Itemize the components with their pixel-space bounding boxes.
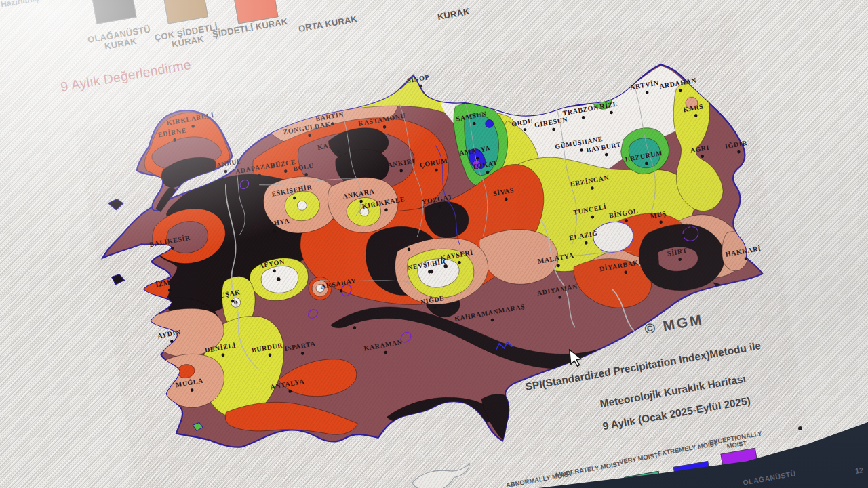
page-content: OLAĞANÜSTÜ KURAKÇOK ŞİDDETLİ KURAKŞİDDET… — [0, 0, 868, 488]
stray-dot — [798, 426, 802, 430]
drought-legend-swatch — [91, 0, 136, 24]
moist-legend-swatch — [673, 461, 713, 488]
cyprus-outline — [411, 464, 473, 488]
drought-legend-label: ORTA KURAK — [285, 12, 371, 37]
mouse-cursor — [568, 348, 584, 368]
section-title: 9 Aylık Değerlendirme — [60, 57, 193, 95]
drought-legend-label: KURAK — [411, 2, 497, 26]
drought-legend-swatch — [163, 0, 208, 24]
screen-photo: OLAĞANÜSTÜ KURAKÇOK ŞİDDETLİ KURAKŞİDDET… — [0, 0, 868, 488]
corner-faint-number: 12 — [854, 466, 864, 475]
turkey-drought-map[interactable]: KIRKLARELİEDİRNEİSTANBULADAPAZARIDÜZCEBO… — [74, 12, 810, 488]
moist-legend-swatch — [624, 471, 664, 488]
city-dot — [224, 169, 227, 173]
moist-legend-swatch — [574, 482, 614, 488]
